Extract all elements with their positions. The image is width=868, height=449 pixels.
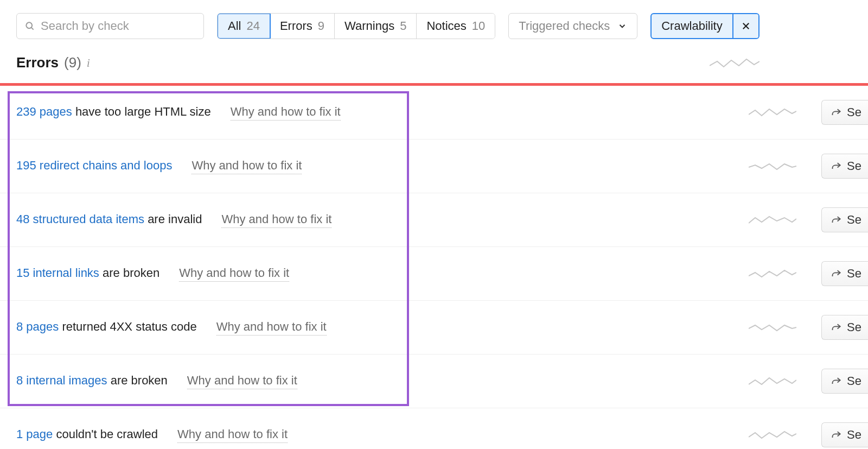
tab-count: 10 [472,19,485,33]
search-input[interactable] [41,19,196,33]
button-label: Se [847,320,861,334]
issue-row: 8 internal images are broken Why and how… [0,355,868,408]
send-button[interactable]: Se [821,207,868,232]
filter-chip-crawlability: Crawlability [650,13,759,39]
share-arrow-icon [831,322,843,333]
section-sparkline [710,56,760,70]
share-arrow-icon [831,161,843,172]
issue-row: 15 internal links are broken Why and how… [0,247,868,301]
send-button[interactable]: Se [821,315,868,340]
section-count: (9) [64,54,81,71]
section-title: Errors (9) i [16,54,90,71]
close-icon [741,21,751,31]
share-arrow-icon [831,107,843,118]
issue-description: have too large HTML size [72,105,211,118]
issue-description: are broken [107,374,168,387]
issue-row: 48 structured data items are invalid Why… [0,193,868,247]
tab-count: 5 [400,19,406,33]
issue-description: are invalid [144,212,202,226]
fix-link[interactable]: Why and how to fix it [192,159,302,174]
issue-description: returned 4XX status code [59,320,196,333]
button-label: Se [847,105,861,119]
fix-link[interactable]: Why and how to fix it [177,427,288,443]
row-sparkline [749,428,796,441]
search-icon [24,21,35,31]
issue-link[interactable]: 8 pages [16,320,59,333]
chevron-down-icon [617,21,627,31]
send-button[interactable]: Se [821,422,868,447]
info-icon[interactable]: i [87,56,90,70]
row-sparkline [749,213,796,226]
tab-notices[interactable]: Notices 10 [417,14,495,39]
send-button[interactable]: Se [821,154,868,179]
row-sparkline [749,160,796,173]
send-button[interactable]: Se [821,100,868,125]
tab-warnings[interactable]: Warnings 5 [335,14,417,39]
send-button[interactable]: Se [821,369,868,394]
tab-all[interactable]: All 24 [217,13,271,39]
tab-errors[interactable]: Errors 9 [270,14,335,39]
row-sparkline [749,106,796,119]
share-arrow-icon [831,429,843,440]
issue-row: 1 page couldn't be crawled Why and how t… [0,408,868,449]
button-label: Se [847,159,861,173]
share-arrow-icon [831,214,843,225]
tab-count: 24 [246,19,259,33]
send-button[interactable]: Se [821,261,868,286]
fix-link[interactable]: Why and how to fix it [221,212,331,228]
button-label: Se [847,267,861,281]
tab-count: 9 [318,19,324,33]
dropdown-label: Triggered checks [519,19,610,33]
issue-description: couldn't be crawled [53,427,158,441]
fix-link[interactable]: Why and how to fix it [216,320,327,336]
issue-type-tabs: All 24 Errors 9 Warnings 5 Notices 10 [217,13,495,39]
button-label: Se [847,213,861,227]
fix-link[interactable]: Why and how to fix it [231,105,341,121]
triggered-checks-dropdown[interactable]: Triggered checks [508,13,637,39]
button-label: Se [847,428,861,442]
issue-link[interactable]: 8 internal images [16,374,107,387]
issue-link[interactable]: 15 internal links [16,266,99,280]
filter-bar: All 24 Errors 9 Warnings 5 Notices 10 Tr… [0,13,868,54]
tab-label: Notices [426,19,466,33]
issue-description: are broken [99,266,159,280]
issue-row: 8 pages returned 4XX status code Why and… [0,301,868,355]
tab-label: All [228,19,241,33]
share-arrow-icon [831,376,843,387]
tab-label: Warnings [344,19,394,33]
fix-link[interactable]: Why and how to fix it [187,374,297,389]
chip-remove-button[interactable] [732,14,758,38]
search-input-wrap[interactable] [16,13,204,39]
issues-list: 239 pages have too large HTML size Why a… [0,86,868,449]
section-name: Errors [16,54,59,71]
issue-link[interactable]: 239 pages [16,105,72,118]
issue-row: 239 pages have too large HTML size Why a… [0,86,868,140]
tab-label: Errors [280,19,312,33]
issue-link[interactable]: 195 redirect chains and loops [16,159,172,172]
button-label: Se [847,374,861,388]
fix-link[interactable]: Why and how to fix it [179,266,289,282]
chip-label[interactable]: Crawlability [652,14,732,38]
row-sparkline [749,321,796,334]
section-header: Errors (9) i [0,54,868,83]
share-arrow-icon [831,268,843,279]
row-sparkline [749,267,796,280]
row-sparkline [749,375,796,388]
issue-row: 195 redirect chains and loops Why and ho… [0,140,868,193]
issue-link[interactable]: 1 page [16,427,53,441]
issue-link[interactable]: 48 structured data items [16,212,144,226]
svg-line-1 [31,28,34,30]
svg-point-0 [26,22,32,28]
